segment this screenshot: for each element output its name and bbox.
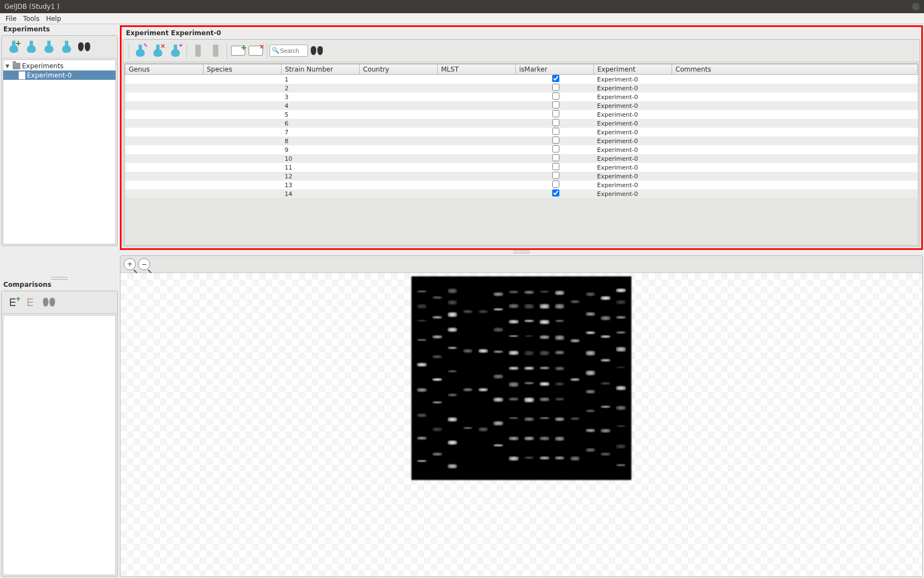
cell-comments[interactable] xyxy=(672,181,918,189)
cell-mlst[interactable] xyxy=(438,172,516,181)
table-row[interactable]: 3 Experiment-0 xyxy=(125,92,918,101)
cell-comments[interactable] xyxy=(672,145,918,154)
cell-country[interactable] xyxy=(360,110,438,119)
window-close-button[interactable] xyxy=(912,3,920,10)
cell-comments[interactable] xyxy=(672,137,918,145)
cell-marker[interactable] xyxy=(516,163,594,172)
cell-marker[interactable] xyxy=(516,75,594,84)
marker-checkbox[interactable] xyxy=(552,181,559,188)
export-experiment-button[interactable]: ✦ xyxy=(167,42,184,59)
cell-species[interactable] xyxy=(204,137,282,145)
cell-genus[interactable] xyxy=(125,92,204,101)
cell-experiment[interactable]: Experiment-0 xyxy=(594,84,672,92)
table-row[interactable]: 12 Experiment-0 xyxy=(125,172,918,181)
remove-card-button[interactable] xyxy=(247,42,265,59)
cell-genus[interactable] xyxy=(125,128,204,137)
cell-marker[interactable] xyxy=(516,128,594,137)
zoom-in-button[interactable]: + xyxy=(124,258,136,270)
cell-country[interactable] xyxy=(360,163,438,172)
cell-mlst[interactable] xyxy=(438,137,516,145)
cell-genus[interactable] xyxy=(125,154,204,163)
experiment-action-3-button[interactable] xyxy=(40,38,58,56)
table-row[interactable]: 4 Experiment-0 xyxy=(125,101,918,110)
lane-button-1[interactable] xyxy=(189,42,207,59)
comparison-action-2-button[interactable] xyxy=(23,293,40,311)
marker-checkbox[interactable] xyxy=(552,84,559,91)
cell-genus[interactable] xyxy=(125,101,204,110)
cell-country[interactable] xyxy=(360,128,438,137)
cell-species[interactable] xyxy=(204,128,282,137)
marker-checkbox[interactable] xyxy=(552,163,559,170)
marker-checkbox[interactable] xyxy=(552,75,559,82)
col-header-country[interactable]: Country xyxy=(360,64,438,75)
marker-checkbox[interactable] xyxy=(552,145,559,152)
cell-marker[interactable] xyxy=(516,84,594,92)
lane-button-2[interactable] xyxy=(207,42,224,59)
col-header-genus[interactable]: Genus xyxy=(125,64,204,75)
cell-experiment[interactable]: Experiment-0 xyxy=(594,181,672,189)
marker-checkbox[interactable] xyxy=(552,101,559,108)
cell-country[interactable] xyxy=(360,145,438,154)
col-header-strain[interactable]: Strain Number xyxy=(282,64,360,75)
cell-species[interactable] xyxy=(204,172,282,181)
cell-marker[interactable] xyxy=(516,119,594,128)
col-header-marker[interactable]: isMarker xyxy=(516,64,594,75)
cell-genus[interactable] xyxy=(125,110,204,119)
table-row[interactable]: 2 Experiment-0 xyxy=(125,84,918,92)
cell-country[interactable] xyxy=(360,84,438,92)
cell-mlst[interactable] xyxy=(438,145,516,154)
cell-species[interactable] xyxy=(204,84,282,92)
cell-species[interactable] xyxy=(204,110,282,119)
col-header-experiment[interactable]: Experiment xyxy=(594,64,672,75)
experiment-action-4-button[interactable] xyxy=(58,38,75,56)
delete-experiment-button[interactable]: ✕ xyxy=(149,42,167,59)
cell-marker[interactable] xyxy=(516,92,594,101)
cell-strain[interactable]: 14 xyxy=(282,189,360,198)
cell-comments[interactable] xyxy=(672,110,918,119)
cell-experiment[interactable]: Experiment-0 xyxy=(594,154,672,163)
new-comparison-button[interactable]: + xyxy=(5,293,23,311)
menu-file[interactable]: File xyxy=(2,14,20,24)
marker-checkbox[interactable] xyxy=(552,92,559,100)
cell-experiment[interactable]: Experiment-0 xyxy=(594,137,672,145)
cell-experiment[interactable]: Experiment-0 xyxy=(594,119,672,128)
cell-genus[interactable] xyxy=(125,163,204,172)
marker-checkbox[interactable] xyxy=(552,128,559,135)
cell-marker[interactable] xyxy=(516,172,594,181)
table-row[interactable]: 9 Experiment-0 xyxy=(125,145,918,154)
cell-mlst[interactable] xyxy=(438,189,516,198)
cell-marker[interactable] xyxy=(516,110,594,119)
marker-checkbox[interactable] xyxy=(552,154,559,161)
table-row[interactable]: 14 Experiment-0 xyxy=(125,189,918,198)
cell-genus[interactable] xyxy=(125,75,204,84)
table-row[interactable]: 13 Experiment-0 xyxy=(125,181,918,189)
cell-country[interactable] xyxy=(360,172,438,181)
cell-experiment[interactable]: Experiment-0 xyxy=(594,110,672,119)
cell-mlst[interactable] xyxy=(438,163,516,172)
experiments-tree[interactable]: ▼ Experiments Experiment-0 xyxy=(3,59,116,244)
cell-strain[interactable]: 9 xyxy=(282,145,360,154)
cell-marker[interactable] xyxy=(516,137,594,145)
edit-experiment-button[interactable]: ✎ xyxy=(131,42,149,59)
cell-genus[interactable] xyxy=(125,181,204,189)
cell-mlst[interactable] xyxy=(438,75,516,84)
cell-mlst[interactable] xyxy=(438,154,516,163)
cell-species[interactable] xyxy=(204,119,282,128)
cell-species[interactable] xyxy=(204,92,282,101)
cell-strain[interactable]: 11 xyxy=(282,163,360,172)
table-row[interactable]: 5 Experiment-0 xyxy=(125,110,918,119)
cell-species[interactable] xyxy=(204,145,282,154)
cell-experiment[interactable]: Experiment-0 xyxy=(594,145,672,154)
cell-strain[interactable]: 8 xyxy=(282,137,360,145)
cell-comments[interactable] xyxy=(672,154,918,163)
cell-marker[interactable] xyxy=(516,145,594,154)
add-card-button[interactable] xyxy=(229,42,247,59)
cell-species[interactable] xyxy=(204,101,282,110)
cell-species[interactable] xyxy=(204,154,282,163)
marker-checkbox[interactable] xyxy=(552,172,559,179)
table-row[interactable]: 11 Experiment-0 xyxy=(125,163,918,172)
cell-mlst[interactable] xyxy=(438,181,516,189)
cell-country[interactable] xyxy=(360,75,438,84)
cell-comments[interactable] xyxy=(672,101,918,110)
right-splitter[interactable] xyxy=(120,250,923,253)
